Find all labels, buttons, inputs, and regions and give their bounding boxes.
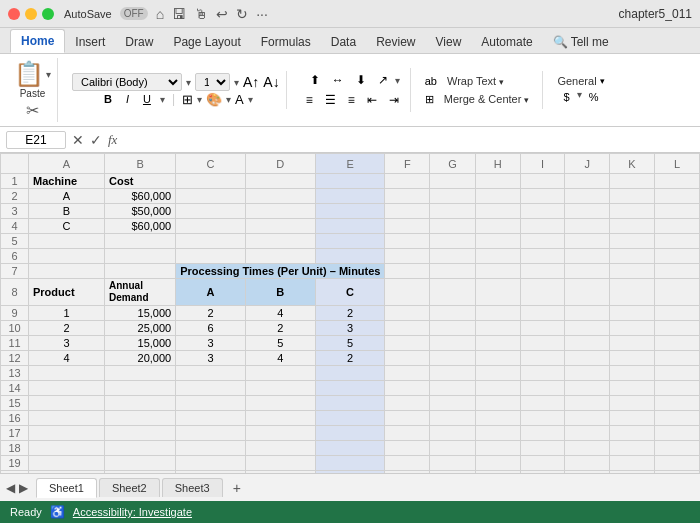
tab-draw[interactable]: Draw	[115, 31, 163, 53]
cell-J1[interactable]	[565, 174, 610, 189]
format-painter-icon[interactable]: ✂	[26, 101, 39, 120]
cell-H6[interactable]	[475, 249, 520, 264]
cell-H7[interactable]	[475, 264, 520, 279]
tab-review[interactable]: Review	[366, 31, 425, 53]
cell-B12[interactable]: 20,000	[105, 351, 176, 366]
cell-D12[interactable]: 4	[245, 351, 315, 366]
col-header-C[interactable]: C	[176, 154, 246, 174]
cell-L10[interactable]	[655, 321, 700, 336]
col-header-A[interactable]: A	[29, 154, 105, 174]
cell-B4[interactable]: $60,000	[105, 219, 176, 234]
cell-J11[interactable]	[565, 336, 610, 351]
autosave-toggle[interactable]: OFF	[120, 7, 148, 20]
cell-K5[interactable]	[610, 234, 655, 249]
cell-G10[interactable]	[430, 321, 475, 336]
decrease-font-icon[interactable]: A↓	[263, 74, 279, 90]
cell-A2[interactable]: A	[29, 189, 105, 204]
cell-L6[interactable]	[655, 249, 700, 264]
sheet-tab-sheet1[interactable]: Sheet1	[36, 478, 97, 498]
cell-G3[interactable]	[430, 204, 475, 219]
cell-G9[interactable]	[430, 306, 475, 321]
cell-J8[interactable]	[565, 279, 610, 306]
border-dropdown[interactable]: ▾	[197, 94, 202, 105]
dollar-button[interactable]: $	[559, 89, 575, 105]
cell-F12[interactable]	[385, 351, 430, 366]
font-color-icon[interactable]: A	[235, 92, 244, 107]
cell-G7[interactable]	[430, 264, 475, 279]
cell-K12[interactable]	[610, 351, 655, 366]
cell-F10[interactable]	[385, 321, 430, 336]
orientation-btn[interactable]: ↗	[373, 70, 393, 90]
tab-home[interactable]: Home	[10, 29, 65, 53]
cell-J7[interactable]	[565, 264, 610, 279]
cell-L9[interactable]	[655, 306, 700, 321]
cell-D8[interactable]: B	[245, 279, 315, 306]
cell-G2[interactable]	[430, 189, 475, 204]
cell-B6[interactable]	[105, 249, 176, 264]
cell-I6[interactable]	[520, 249, 564, 264]
cell-I4[interactable]	[520, 219, 564, 234]
cell-B1[interactable]: Cost	[105, 174, 176, 189]
cell-B7[interactable]	[105, 264, 176, 279]
cell-E4[interactable]	[315, 219, 385, 234]
cell-I5[interactable]	[520, 234, 564, 249]
align-left-btn[interactable]: ≡	[301, 90, 318, 110]
cell-E11[interactable]: 5	[315, 336, 385, 351]
cell-C6[interactable]	[176, 249, 246, 264]
cell-G11[interactable]	[430, 336, 475, 351]
cell-D5[interactable]	[245, 234, 315, 249]
cell-E10[interactable]: 3	[315, 321, 385, 336]
underline-dropdown[interactable]: ▾	[160, 94, 165, 105]
add-sheet-button[interactable]: +	[225, 478, 249, 498]
cell-G1[interactable]	[430, 174, 475, 189]
tab-formulas[interactable]: Formulas	[251, 31, 321, 53]
cell-D11[interactable]: 5	[245, 336, 315, 351]
cell-J4[interactable]	[565, 219, 610, 234]
cell-J9[interactable]	[565, 306, 610, 321]
cell-L3[interactable]	[655, 204, 700, 219]
italic-button[interactable]: I	[121, 91, 134, 107]
formula-input[interactable]	[123, 133, 694, 147]
cell-J5[interactable]	[565, 234, 610, 249]
cell-L1[interactable]	[655, 174, 700, 189]
underline-button[interactable]: U	[138, 91, 156, 107]
cell-I12[interactable]	[520, 351, 564, 366]
cell-C8[interactable]: A	[176, 279, 246, 306]
tab-insert[interactable]: Insert	[65, 31, 115, 53]
cell-L7[interactable]	[655, 264, 700, 279]
cell-K1[interactable]	[610, 174, 655, 189]
cell-F11[interactable]	[385, 336, 430, 351]
cell-F4[interactable]	[385, 219, 430, 234]
col-header-E[interactable]: E	[315, 154, 385, 174]
cell-J12[interactable]	[565, 351, 610, 366]
maximize-button[interactable]	[42, 8, 54, 20]
col-header-F[interactable]: F	[385, 154, 430, 174]
cell-F3[interactable]	[385, 204, 430, 219]
align-middle-btn[interactable]: ↔	[327, 70, 349, 90]
paste-icon[interactable]: 📋	[14, 60, 44, 88]
cell-E8[interactable]: C	[315, 279, 385, 306]
paste-dropdown[interactable]: ▾	[46, 69, 51, 80]
cell-C4[interactable]	[176, 219, 246, 234]
share-icon[interactable]: 🖱	[194, 6, 208, 22]
tab-tell-me[interactable]: 🔍 Tell me	[543, 31, 619, 53]
align-top-btn[interactable]: ⬆	[305, 70, 325, 90]
cell-E5[interactable]	[315, 234, 385, 249]
bold-button[interactable]: B	[99, 91, 117, 107]
cell-D6[interactable]	[245, 249, 315, 264]
cell-H4[interactable]	[475, 219, 520, 234]
cell-A1[interactable]: Machine	[29, 174, 105, 189]
cell-H2[interactable]	[475, 189, 520, 204]
cell-I8[interactable]	[520, 279, 564, 306]
col-header-L[interactable]: L	[655, 154, 700, 174]
align-bottom-btn[interactable]: ⬇	[351, 70, 371, 90]
col-header-I[interactable]: I	[520, 154, 564, 174]
cell-C2[interactable]	[176, 189, 246, 204]
cell-A12[interactable]: 4	[29, 351, 105, 366]
more-icon[interactable]: ···	[256, 6, 268, 22]
dollar-dropdown[interactable]: ▾	[577, 89, 582, 105]
number-dropdown-icon[interactable]: ▾	[600, 76, 605, 86]
merge-center-button[interactable]: Merge & Center ▾	[437, 91, 537, 107]
cell-B2[interactable]: $60,000	[105, 189, 176, 204]
cell-E9[interactable]: 2	[315, 306, 385, 321]
